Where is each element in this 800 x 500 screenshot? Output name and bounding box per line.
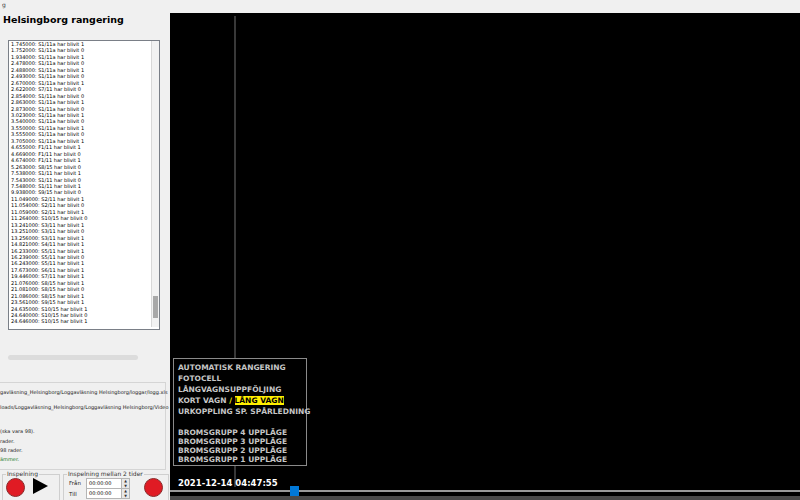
- log-scrollbar-thumb[interactable]: [153, 296, 158, 318]
- log-scrollbar[interactable]: [151, 41, 159, 327]
- lang-vagn-highlight: LÅNG VAGN: [235, 396, 284, 405]
- overlay-bromsgrupp-line: BROMSGRUPP 1 UPPLÄGE: [178, 455, 302, 464]
- page-title: Helsingborg rangering: [3, 14, 124, 25]
- window-title-fragment: g: [2, 1, 6, 8]
- overlay-bromsgrupp-line: BROMSGRUPP 2 UPPLÄGE: [178, 446, 302, 455]
- recording-between-label: Inspelning mellan 2 tider: [67, 470, 144, 477]
- overlay-status-line: FOTOCELL: [178, 373, 302, 384]
- log-row: 24.646000: S10/15 har blivit 1: [9, 318, 159, 324]
- check-text-1: (ska vara 98).: [0, 428, 35, 434]
- bottom-strip: [170, 496, 800, 500]
- overlay-gap: [178, 417, 302, 428]
- status-overlay: AUTOMATISK RANGERINGFOTOCELLLÅNGVAGNSUPP…: [173, 358, 307, 466]
- file-info-groupbox: [0, 382, 166, 470]
- check-text-2: rader.: [0, 438, 15, 444]
- timeline-slider-handle[interactable]: [290, 486, 299, 496]
- timeline-slider[interactable]: [170, 490, 800, 492]
- from-label: Från: [69, 480, 81, 486]
- overlay-status-line: AUTOMATISK RANGERING: [178, 362, 302, 373]
- recording-group-label: Inspelning: [6, 470, 39, 477]
- overlay-bromsgrupp-line: BROMSGRUPP 4 UPPLÄGE: [178, 428, 302, 437]
- video-file-path: loads/Loggavläsning_Helsingborg/Loggavlä…: [0, 404, 169, 410]
- to-time-stepper[interactable]: ▲▼: [121, 488, 130, 499]
- recording-groupbox: Inspelning: [2, 474, 60, 500]
- progress-bar: [8, 355, 138, 360]
- event-log-list[interactable]: 1.745000: S1/11a har blivit 11.752000: S…: [8, 40, 160, 330]
- recording-between-groupbox: Inspelning mellan 2 tider Från 00:00:00 …: [63, 474, 169, 500]
- to-time-field[interactable]: 00:00:00: [86, 488, 124, 499]
- check-text-ok: ämmer.: [0, 456, 19, 462]
- overlay-bromsgrupp-line: BROMSGRUPP 3 UPPLÄGE: [178, 437, 302, 446]
- overlay-status-line: LÅNGVAGNSUPPFÖLJING: [178, 384, 302, 395]
- record-button[interactable]: [6, 478, 25, 497]
- check-text-3: 98 rader.: [0, 447, 23, 453]
- to-label: Till: [69, 491, 77, 497]
- record-between-button[interactable]: [144, 478, 163, 497]
- overlay-status-line: URKOPPLING SP. SPÅRLEDNING: [178, 406, 302, 417]
- overlay-wagon-line: KORT VAGN / LÅNG VAGN: [178, 395, 302, 406]
- log-file-path: gavläsning_Helsingborg/Loggavläsning Hel…: [0, 389, 168, 395]
- play-button[interactable]: [33, 478, 48, 494]
- clock-display: 2021-12-14 04:47:55: [178, 478, 278, 488]
- app-window: g Helsingborg rangering 1.745000: S1/11a…: [0, 0, 800, 500]
